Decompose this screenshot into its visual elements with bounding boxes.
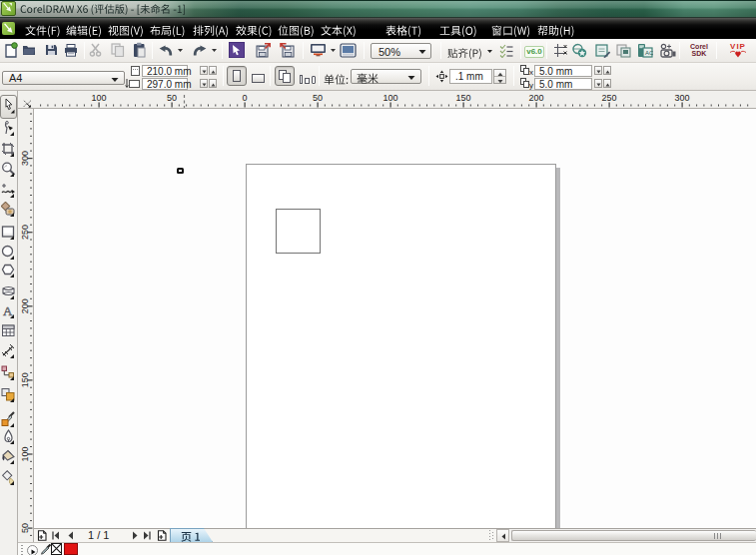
svg-text:100: 100 bbox=[91, 93, 106, 103]
svg-text:50: 50 bbox=[313, 93, 323, 103]
svg-text:300: 300 bbox=[20, 151, 30, 166]
svg-text:300: 300 bbox=[674, 93, 689, 103]
svg-text:150: 150 bbox=[20, 372, 30, 387]
svg-text:150: 150 bbox=[455, 93, 470, 103]
svg-text:A: A bbox=[3, 303, 13, 318]
svg-text:200: 200 bbox=[20, 298, 30, 313]
svg-text:50: 50 bbox=[20, 523, 30, 533]
svg-text:200: 200 bbox=[528, 93, 543, 103]
svg-text:100: 100 bbox=[20, 446, 30, 461]
svg-text:250: 250 bbox=[601, 93, 616, 103]
svg-text:250: 250 bbox=[20, 225, 30, 240]
svg-text:100: 100 bbox=[382, 93, 397, 103]
svg-text:0: 0 bbox=[242, 93, 247, 103]
svg-text:AC: AC bbox=[645, 50, 653, 56]
svg-text:50: 50 bbox=[167, 93, 177, 103]
